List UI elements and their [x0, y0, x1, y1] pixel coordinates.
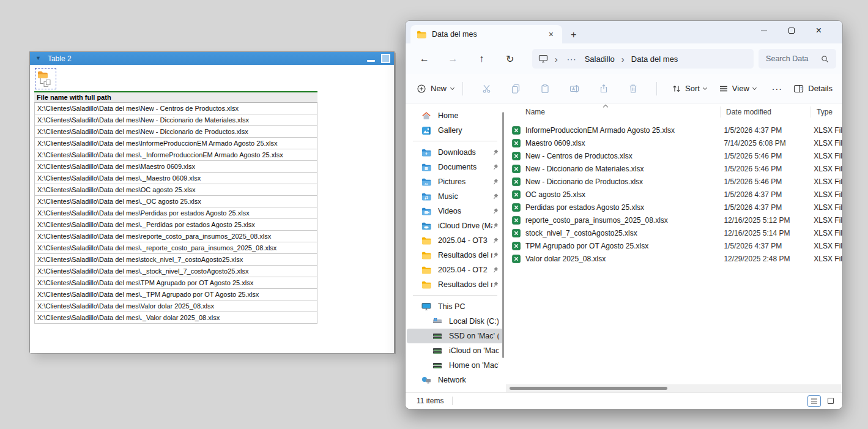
breadcrumb-saladillo[interactable]: Saladillo: [585, 54, 615, 64]
horizontal-scrollbar[interactable]: [506, 384, 841, 392]
column-header-name[interactable]: Name: [525, 108, 720, 116]
new-tab-button[interactable]: +: [571, 29, 576, 40]
sidebar-item-icloud-on-mac-y[interactable]: iCloud on 'Mac' (Y: [407, 343, 503, 358]
sidebar-item-home-on-mac-z[interactable]: Home on 'Mac' (Z:: [407, 358, 503, 373]
delete-button[interactable]: [626, 81, 640, 96]
file-row[interactable]: TPM Agrupado por OT Agosto 25.xlsx 1/5/2…: [505, 239, 842, 252]
copy-icon: [511, 84, 521, 94]
sidebar-item-2025-04-ot3[interactable]: 2025.04 - OT3: [407, 233, 503, 248]
sidebar-item-videos[interactable]: Videos: [407, 204, 503, 218]
window-maximize-button[interactable]: [777, 21, 805, 40]
file-row[interactable]: New - Diccionario de Materiales.xlsx 1/5…: [505, 162, 842, 175]
window-close-button[interactable]: ×: [805, 21, 833, 40]
table-row[interactable]: X:\Clientes\Saladillo\Data del mes\OC ag…: [34, 184, 317, 196]
sidebar-item-downloads[interactable]: Downloads: [407, 145, 503, 160]
sidebar-item-icloud-drive[interactable]: iCloud Drive (Ma: [407, 218, 503, 233]
search-box[interactable]: [759, 49, 836, 69]
file-date-modified: 1/5/2026 4:37 PM: [718, 242, 808, 250]
table-row[interactable]: X:\Clientes\Saladillo\Data del mes\Perdi…: [34, 207, 317, 219]
back-button[interactable]: ←: [414, 53, 435, 64]
file-row[interactable]: New - Centros de Productos.xlsx 1/5/2026…: [505, 149, 842, 162]
sidebar-item-2025-04-ot2[interactable]: 2025.04 - OT2: [407, 263, 503, 277]
table-row[interactable]: X:\Clientes\Saladillo\Data del mes\New -…: [34, 126, 317, 138]
excel-file-icon: [512, 203, 521, 212]
cut-button[interactable]: [479, 81, 494, 96]
table-row[interactable]: X:\Clientes\Saladillo\Data del mes\._OC …: [34, 196, 317, 207]
view-button[interactable]: View: [719, 84, 756, 94]
up-button[interactable]: ↑: [471, 53, 492, 64]
sidebar-item-resultados-1[interactable]: Resultados del m: [407, 248, 503, 263]
file-row[interactable]: New - Diccionario de Productos.xlsx 1/5/…: [505, 175, 842, 188]
sidebar-item-network[interactable]: Network: [407, 373, 503, 387]
rename-button[interactable]: [567, 81, 582, 96]
refresh-button[interactable]: ↻: [500, 53, 521, 65]
details-view-toggle[interactable]: [807, 395, 821, 407]
explorer-tab[interactable]: Data del mes ×: [410, 25, 562, 43]
sidebar-item-local-disk-c[interactable]: Local Disk (C:): [407, 314, 503, 329]
more-options-button[interactable]: ···: [772, 84, 782, 94]
details-pane-button[interactable]: Details: [793, 84, 833, 94]
table-window-titlebar[interactable]: ▼ Table 2: [30, 52, 394, 65]
this-pc-icon: [538, 54, 548, 63]
column-header-type[interactable]: Type: [811, 106, 833, 118]
sidebar-item-gallery[interactable]: Gallery: [407, 123, 503, 138]
table-row[interactable]: X:\Clientes\Saladillo\Data del mes\repor…: [34, 231, 317, 242]
sort-button[interactable]: Sort: [672, 84, 707, 94]
maximize-button[interactable]: [381, 54, 390, 63]
sidebar-item-music[interactable]: Music: [407, 189, 503, 204]
table-window-body: File name with full path X:\Clientes\Sal…: [30, 65, 394, 353]
breadcrumb-ellipsis[interactable]: ···: [567, 54, 577, 64]
share-button[interactable]: [596, 81, 611, 96]
table-row[interactable]: X:\Clientes\Saladillo\Data del mes\._Inf…: [34, 149, 317, 161]
sidebar-item-pictures[interactable]: Pictures: [407, 174, 503, 189]
paste-button[interactable]: [538, 81, 552, 96]
file-row[interactable]: OC agosto 25.xlsx 1/5/2026 4:37 PM XLSX …: [505, 188, 842, 201]
address-bar[interactable]: › ··· Saladillo › Data del mes: [532, 49, 754, 69]
column-header-date-modified[interactable]: Date modified: [720, 106, 811, 118]
sidebar-item-home[interactable]: Home: [407, 108, 503, 123]
file-row[interactable]: InformeProduccionEM Armado Agosto 25.xls…: [505, 124, 842, 136]
table-row[interactable]: X:\Clientes\Saladillo\Data del mes\Infor…: [34, 138, 317, 149]
search-input[interactable]: [766, 54, 821, 63]
table-row[interactable]: X:\Clientes\Saladillo\Data del mes\TPM A…: [34, 277, 317, 289]
table-row[interactable]: X:\Clientes\Saladillo\Data del mes\Valor…: [34, 300, 317, 312]
minimize-button[interactable]: [367, 60, 375, 62]
table-row[interactable]: X:\Clientes\Saladillo\Data del mes\New -…: [34, 103, 317, 114]
scissors-icon: [481, 84, 492, 94]
tab-close-icon[interactable]: ×: [546, 29, 556, 39]
horizontal-scrollbar-thumb[interactable]: [510, 387, 667, 390]
table-row[interactable]: X:\Clientes\Saladillo\Data del mes\stock…: [34, 254, 317, 266]
new-button[interactable]: New: [417, 84, 454, 94]
table-row[interactable]: X:\Clientes\Saladillo\Data del mes\._Mae…: [34, 173, 317, 184]
sidebar-item-resultados-2[interactable]: Resultados del m: [407, 277, 503, 292]
sidebar-item-documents[interactable]: Documents: [407, 160, 503, 174]
sidebar-item-ssd-on-mac-x[interactable]: SSD on 'Mac' (X:): [407, 329, 503, 343]
table-row[interactable]: X:\Clientes\Saladillo\Data del mes\Maest…: [34, 161, 317, 173]
window-minimize-button[interactable]: [750, 21, 777, 40]
file-row[interactable]: Maestro 0609.xlsx 7/14/2025 6:08 PM XLSX…: [505, 136, 842, 149]
file-date-modified: 12/16/2025 5:14 PM: [718, 229, 808, 237]
table-row[interactable]: X:\Clientes\Saladillo\Data del mes\._Val…: [34, 312, 317, 324]
network-drive-icon: [432, 362, 443, 369]
collapse-triangle-icon[interactable]: ▼: [35, 56, 41, 61]
thumbnail-view-toggle[interactable]: [824, 395, 837, 407]
table-row[interactable]: X:\Clientes\Saladillo\Data del mes\._Per…: [34, 219, 317, 231]
file-row[interactable]: reporte_costo_para_insumos_2025_08.xlsx …: [505, 214, 842, 226]
explorer-titlebar[interactable]: Data del mes × + ×: [406, 21, 842, 43]
file-row[interactable]: Perdidas por estados Agosto 25.xlsx 1/5/…: [505, 201, 842, 214]
file-row[interactable]: Valor dolar 2025_08.xlsx 12/29/2025 2:48…: [505, 252, 842, 265]
sidebar-item-this-pc[interactable]: This PC: [407, 299, 503, 314]
list-files-action-icon[interactable]: [35, 68, 56, 89]
file-row[interactable]: stock_nivel_7_costoAgosto25.xlsx 12/16/2…: [505, 226, 842, 239]
table-row[interactable]: X:\Clientes\Saladillo\Data del mes\._TPM…: [34, 289, 317, 300]
sidebar-scrollbar[interactable]: [502, 112, 504, 358]
file-date-modified: 12/29/2025 2:48 PM: [718, 255, 808, 263]
table-row[interactable]: X:\Clientes\Saladillo\Data del mes\._sto…: [34, 266, 317, 277]
navigation-sidebar: Home Gallery Downloads Document: [406, 103, 505, 392]
forward-button[interactable]: →: [443, 53, 464, 64]
breadcrumb-data-del-mes[interactable]: Data del mes: [631, 54, 678, 64]
table-row[interactable]: X:\Clientes\Saladillo\Data del mes\New -…: [34, 114, 317, 126]
table-column-header[interactable]: File name with full path: [34, 91, 317, 103]
table-row[interactable]: X:\Clientes\Saladillo\Data del mes\._rep…: [34, 242, 317, 254]
copy-button[interactable]: [508, 81, 523, 96]
